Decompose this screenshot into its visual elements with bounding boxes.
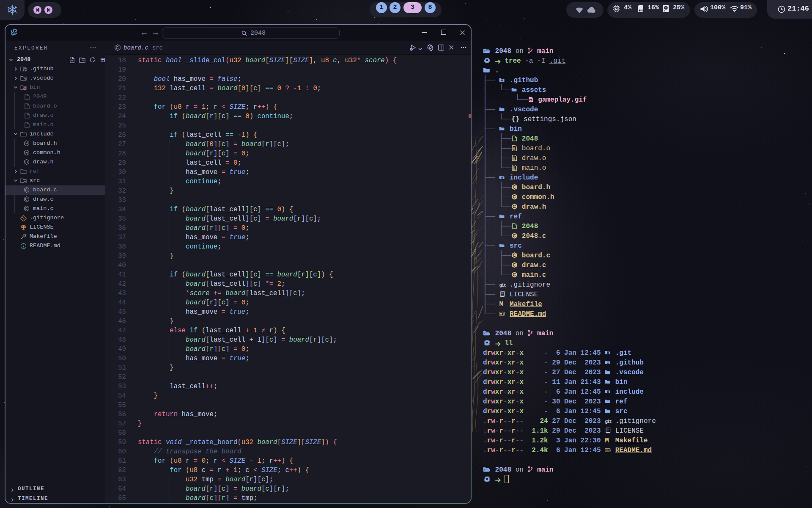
- svg-text:10: 10: [513, 168, 516, 170]
- svg-text:10: 10: [513, 158, 516, 160]
- svg-text:10: 10: [513, 149, 516, 151]
